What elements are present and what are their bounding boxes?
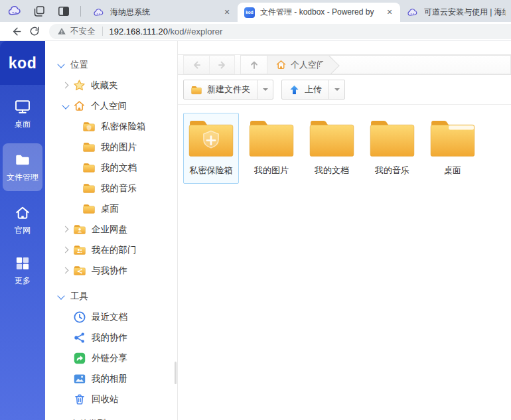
breadcrumb-bar: 个人空间 [178, 54, 511, 75]
tree-item-my-department[interactable]: 我在的部门 [45, 240, 177, 260]
tree-label: 回收站 [92, 393, 119, 405]
tree-section-location[interactable]: 位置 [45, 54, 177, 75]
tab-close-icon[interactable]: × [222, 7, 232, 18]
tree-label: 我的图片 [101, 141, 137, 153]
nav-item-desktop[interactable]: 桌面 [3, 93, 42, 135]
file-item-my-pictures[interactable]: 我的图片 [244, 113, 299, 184]
file-item-my-documents[interactable]: 我的文档 [304, 113, 360, 184]
file-item-private-safe[interactable]: 私密保险箱 [183, 113, 239, 184]
vertical-tabs-icon[interactable] [56, 3, 72, 19]
folder-icon [247, 119, 296, 159]
browser-tab-3[interactable]: 可道云安装与使用 | 海纳思 [400, 3, 511, 22]
home-icon [14, 204, 31, 222]
tree-item-my-album[interactable]: 我的相册 [45, 368, 177, 389]
folder-shield-icon [186, 119, 236, 159]
tree-label: 我的相册 [92, 373, 127, 385]
kodbox-app: kod 桌面 文件管理 官网 更多 [0, 41, 511, 420]
tree-label: 位置 [70, 59, 88, 71]
star-icon [73, 79, 86, 92]
tab-close-icon[interactable]: × [384, 7, 395, 18]
cloud-logo-icon[interactable] [7, 3, 23, 19]
back-icon[interactable] [7, 23, 25, 39]
warning-icon [57, 27, 66, 36]
tree-section-tools[interactable]: 工具 [45, 286, 177, 307]
reload-icon[interactable] [25, 23, 44, 39]
tree-item-enterprise-disk[interactable]: 企业网盘 [45, 219, 177, 240]
history-nav-group [183, 55, 235, 74]
kod-logo: kod [0, 41, 45, 85]
upload-dropdown[interactable] [328, 80, 344, 99]
browser-address-bar: 不安全 192.168.111.20/kod/#explorer [0, 22, 511, 41]
tree-label: 最近文档 [92, 311, 127, 323]
file-name: 桌面 [444, 165, 461, 176]
trash-icon [73, 393, 86, 406]
tree-item-external-links[interactable]: 外链分享 [45, 348, 177, 368]
tree-sidebar: 位置 收藏夹 个人空间 私密保险箱 我的图片 我的文档 [45, 41, 178, 420]
chevron-right-icon[interactable] [62, 267, 69, 274]
nav-item-file-manager[interactable]: 文件管理 [3, 143, 42, 191]
desktop-icon [14, 98, 31, 115]
tree-label: 我的音乐 [101, 182, 137, 194]
folder-user-icon [73, 224, 86, 235]
file-name: 私密保险箱 [190, 165, 233, 176]
browser-tab-1[interactable]: 海纳思系统 × [86, 3, 238, 22]
breadcrumb-personal-space[interactable]: 个人空间 [267, 56, 329, 74]
security-label[interactable]: 不安全 [70, 26, 96, 37]
up-level-icon[interactable] [241, 56, 267, 74]
tree-item-my-music[interactable]: 我的音乐 [45, 178, 177, 198]
explorer-toolbar: 新建文件夹 上传 [178, 75, 511, 105]
tree-label: 工具 [70, 291, 88, 303]
history-back-icon[interactable] [184, 56, 209, 74]
tree-item-my-collaboration[interactable]: 我的协作 [45, 327, 177, 348]
grid-icon [14, 255, 31, 272]
url-divider [102, 27, 103, 36]
browser-tab-2-active[interactable]: kod 文件管理 - kodbox - Powered by × [238, 3, 400, 22]
tree-item-private-safe[interactable]: 私密保险箱 [45, 116, 177, 137]
breadcrumb-group: 个人空间 [240, 55, 511, 74]
new-folder-button-group: 新建文件夹 [183, 80, 273, 100]
folder-share-icon [73, 265, 86, 276]
url-field[interactable]: 不安全 192.168.111.20/kod/#explorer [49, 24, 511, 39]
file-item-desktop[interactable]: 桌面 [425, 113, 480, 184]
new-folder-dropdown[interactable] [257, 80, 273, 99]
kod-favicon-icon: kod [244, 7, 255, 18]
photo-icon [73, 372, 86, 385]
nav-item-website[interactable]: 官网 [3, 199, 42, 242]
tree-item-my-documents[interactable]: 我的文档 [45, 157, 177, 178]
browser-window: 海纳思系统 × kod 文件管理 - kodbox - Powered by ×… [0, 0, 511, 420]
folder-users-icon [73, 244, 86, 255]
tree-item-recent-documents[interactable]: 最近文档 [45, 307, 177, 327]
chevron-right-icon[interactable] [62, 226, 69, 233]
chevron-right-icon[interactable] [62, 82, 69, 89]
chevron-down-icon[interactable] [62, 102, 69, 109]
new-folder-button[interactable]: 新建文件夹 [184, 80, 257, 99]
nav-item-more[interactable]: 更多 [3, 249, 42, 292]
tab-title: 海纳思系统 [110, 7, 216, 18]
tree-label: 个人空间 [91, 100, 127, 112]
tree-scrollbar-thumb[interactable] [175, 362, 177, 384]
history-forward-icon[interactable] [209, 56, 234, 74]
folder-icon [307, 119, 356, 159]
tree-label: 我的协作 [92, 332, 127, 344]
tree-item-shared-with-me[interactable]: 与我协作 [45, 260, 177, 281]
chevron-down-icon[interactable] [57, 60, 64, 68]
upload-button[interactable]: 上传 [282, 80, 328, 99]
new-folder-label: 新建文件夹 [207, 84, 250, 96]
tab-stack-icon[interactable] [31, 3, 47, 19]
tree-label: 与我协作 [92, 265, 127, 277]
tree-item-desktop[interactable]: 桌面 [45, 198, 177, 219]
tree-item-my-pictures[interactable]: 我的图片 [45, 137, 177, 157]
cloud-favicon-icon [407, 8, 419, 17]
upload-arrow-icon [289, 84, 300, 96]
browser-tab-strip: 海纳思系统 × kod 文件管理 - kodbox - Powered by ×… [0, 0, 511, 22]
app-nav-list: 桌面 文件管理 官网 更多 [0, 93, 45, 292]
folder-icon [82, 182, 96, 194]
file-item-my-music[interactable]: 我的音乐 [364, 113, 420, 184]
tree-item-personal-space[interactable]: 个人空间 [45, 96, 177, 116]
chevron-right-icon[interactable] [62, 247, 69, 253]
tree-section-file-types[interactable]: 文件类型 [45, 413, 177, 420]
tree-item-recycle-bin[interactable]: 回收站 [45, 389, 177, 409]
tree-item-favorites[interactable]: 收藏夹 [45, 75, 177, 96]
tree-label: 企业网盘 [92, 224, 127, 236]
chevron-down-icon[interactable] [57, 292, 64, 299]
